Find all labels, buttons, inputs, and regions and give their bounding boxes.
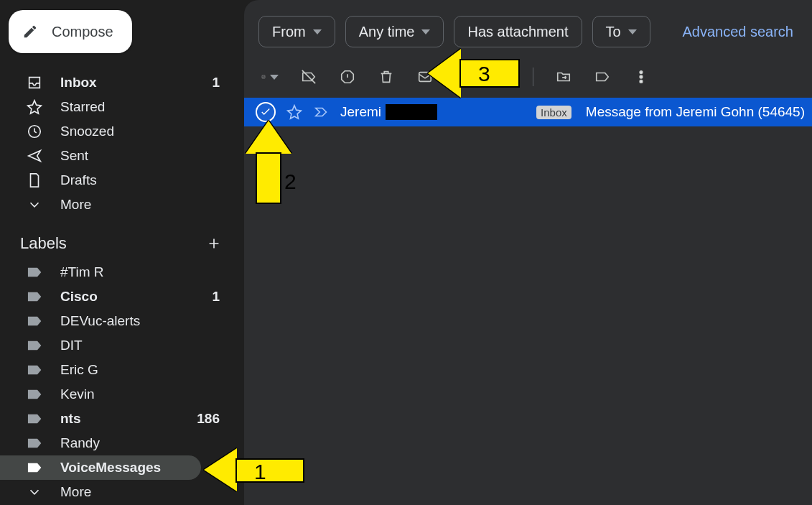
label-name: nts (60, 411, 81, 427)
file-icon (26, 172, 43, 189)
label-item[interactable]: Cisco 1 (0, 284, 244, 309)
send-icon (26, 147, 43, 165)
chevron-down-icon (313, 29, 322, 34)
label-icon (26, 410, 43, 427)
snooze-icon[interactable] (455, 68, 472, 85)
label-name: #Tim R (60, 264, 104, 280)
label-icon (26, 337, 43, 354)
svg-point-5 (640, 71, 643, 74)
labels-title: Labels (20, 234, 67, 253)
chevron-down-icon (270, 75, 279, 80)
nav-drafts[interactable]: Drafts (0, 168, 244, 193)
nav-starred[interactable]: Starred (0, 95, 244, 119)
label-name: VoiceMessages (60, 460, 161, 476)
chevron-down-icon (26, 196, 43, 213)
mark-unread-icon[interactable] (416, 68, 434, 85)
label-item[interactable]: nts 186 (0, 407, 244, 431)
chevron-down-icon (628, 29, 637, 34)
nav-label: Snoozed (60, 124, 114, 139)
delete-icon[interactable] (378, 68, 395, 85)
svg-rect-2 (419, 73, 431, 82)
pencil-icon (22, 23, 39, 40)
main-panel: From Any time Has attachment To Advanced… (244, 0, 812, 505)
label-item[interactable]: #Tim R (0, 260, 244, 284)
label-name: DEVuc-alerts (60, 313, 140, 329)
nav-more[interactable]: More (0, 193, 244, 217)
svg-point-6 (640, 75, 643, 78)
label-name: Randy (60, 435, 100, 451)
clock-icon (26, 123, 43, 140)
inbox-icon (26, 74, 43, 91)
nav-label: More (60, 197, 91, 213)
chip-label: Has attachment (467, 24, 568, 40)
compose-label: Compose (52, 24, 113, 40)
label-icon (26, 435, 43, 452)
nav-label: Starred (60, 99, 105, 115)
label-icon (26, 361, 43, 379)
nav-count: 1 (212, 75, 220, 91)
chip-label: To (606, 24, 621, 40)
chip-anytime[interactable]: Any time (345, 16, 444, 47)
nav-label: Drafts (60, 172, 97, 188)
add-to-tasks-icon[interactable] (494, 68, 511, 85)
chevron-down-icon (26, 483, 43, 501)
chip-to[interactable]: To (592, 16, 650, 47)
redacted-block (386, 104, 437, 120)
svg-point-7 (640, 80, 643, 83)
nav-snoozed[interactable]: Snoozed (0, 119, 244, 144)
label-count: 1 (212, 289, 220, 305)
labels-more-label: More (60, 484, 91, 500)
labels-more[interactable]: More (0, 480, 244, 504)
label-item[interactable]: Kevin (0, 382, 244, 407)
nav-sent[interactable]: Sent (0, 144, 244, 168)
inbox-badge: Inbox (536, 106, 571, 119)
email-checkbox[interactable] (256, 102, 276, 122)
label-icon (26, 288, 43, 305)
labels-icon[interactable] (594, 68, 611, 85)
important-icon[interactable] (313, 103, 330, 121)
filter-chip-bar: From Any time Has attachment To Advanced… (244, 9, 812, 57)
label-icon (26, 312, 43, 330)
select-all-checkbox[interactable] (261, 68, 279, 85)
toolbar-separator (533, 68, 533, 86)
compose-button[interactable]: Compose (9, 10, 132, 53)
label-name: DIT (60, 338, 83, 353)
nav-label: Inbox (60, 75, 97, 91)
chip-label: Any time (359, 24, 415, 40)
label-icon (26, 459, 43, 476)
email-subject: Message from Jeremi Gohn (54645) (586, 104, 805, 120)
chip-has-attachment[interactable]: Has attachment (454, 16, 582, 47)
label-item-voicemessages[interactable]: VoiceMessages (0, 455, 201, 480)
label-item[interactable]: Eric G (0, 358, 244, 382)
nav-label: Sent (60, 148, 88, 164)
sidebar: Compose Inbox 1 Starred Snoozed Sent Dra… (0, 0, 244, 505)
star-icon (26, 98, 43, 116)
label-item[interactable]: Randy (0, 431, 244, 455)
label-icon (26, 264, 43, 281)
label-count: 186 (197, 411, 220, 427)
label-name: Kevin (60, 386, 95, 402)
chip-label: From (272, 24, 306, 40)
sender-text: Jeremi (340, 104, 381, 120)
labels-header: Labels (0, 217, 244, 260)
nav-inbox[interactable]: Inbox 1 (0, 70, 244, 95)
chevron-down-icon (421, 29, 430, 34)
move-to-icon[interactable] (555, 68, 572, 85)
label-icon (26, 386, 43, 403)
label-name: Cisco (60, 289, 98, 305)
more-menu-icon[interactable] (633, 68, 650, 85)
plus-icon[interactable] (205, 235, 223, 252)
report-spam-icon[interactable] (339, 68, 356, 85)
advanced-search-link[interactable]: Advanced search (682, 24, 798, 40)
label-item[interactable]: DEVuc-alerts (0, 309, 244, 333)
label-item[interactable]: DIT (0, 333, 244, 358)
star-icon[interactable] (286, 103, 303, 121)
email-sender: Jeremi (340, 104, 437, 120)
email-row[interactable]: Jeremi Inbox Message from Jeremi Gohn (5… (244, 98, 812, 126)
chip-from[interactable]: From (258, 16, 335, 47)
remove-label-icon[interactable] (300, 68, 317, 85)
email-toolbar (244, 57, 812, 98)
label-name: Eric G (60, 362, 98, 378)
